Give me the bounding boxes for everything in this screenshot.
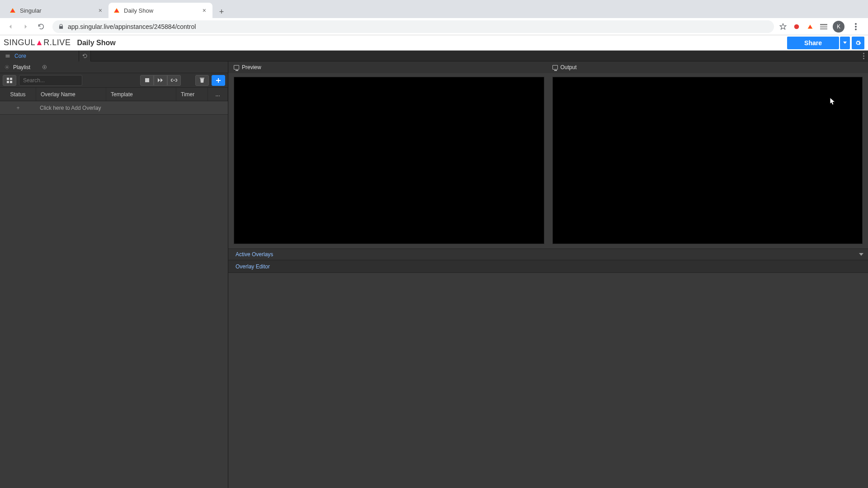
playlist-toolbar	[0, 73, 228, 88]
url-field[interactable]: app.singular.live/appinstances/245884/co…	[52, 20, 774, 33]
main: Playlist	[0, 61, 868, 488]
singular-favicon-icon	[113, 7, 120, 14]
sub-header: Core	[0, 51, 868, 61]
add-overlay-label: Click here to Add Overlay	[36, 105, 101, 111]
overlay-editor-body	[228, 273, 868, 488]
link-icon	[171, 78, 177, 82]
tab-title: Singular	[20, 7, 97, 14]
preview-output-header-row: Preview Output	[228, 61, 868, 73]
playlist-table-header: Status Overlay Name Template Timer ...	[0, 88, 228, 101]
app-header: SINGUL▲R.LIVE Daily Show Share	[0, 35, 868, 51]
grid-icon	[7, 78, 12, 83]
add-button[interactable]	[212, 75, 225, 86]
svg-rect-16	[145, 78, 149, 82]
svg-rect-2	[820, 26, 827, 28]
tab-title: Daily Show	[124, 7, 201, 14]
preview-header: Preview	[234, 61, 544, 73]
monitor-icon	[552, 65, 558, 70]
refresh-icon	[82, 53, 88, 59]
output-canvas[interactable]	[552, 77, 863, 244]
stop-icon	[145, 78, 149, 82]
grid-view-button[interactable]	[3, 75, 16, 86]
output-pane	[552, 73, 863, 244]
browser-chrome: Singular × Daily Show × + app.singular.l…	[0, 0, 868, 35]
settings-button[interactable]	[852, 37, 864, 49]
svg-point-0	[794, 24, 799, 29]
extension-icon[interactable]	[792, 22, 801, 31]
svg-rect-3	[820, 28, 827, 29]
plus-icon	[216, 78, 221, 83]
extension-icon-2[interactable]	[819, 22, 828, 31]
svg-rect-12	[7, 78, 9, 80]
share-dropdown-button[interactable]	[840, 37, 850, 49]
chevron-down-icon[interactable]	[859, 253, 863, 256]
col-status[interactable]: Status	[0, 88, 36, 101]
playback-group	[140, 75, 181, 86]
next-icon	[158, 78, 163, 82]
stop-button[interactable]	[140, 75, 154, 86]
chevron-down-icon	[843, 42, 847, 44]
add-overlay-row[interactable]: + Click here to Add Overlay	[0, 101, 228, 115]
url-text: app.singular.live/appinstances/245884/co…	[68, 23, 196, 30]
close-icon[interactable]: ×	[201, 6, 208, 15]
col-overlay-name[interactable]: Overlay Name	[36, 88, 106, 101]
search-input[interactable]	[19, 75, 82, 86]
new-tab-button[interactable]: +	[215, 5, 228, 18]
reload-button[interactable]	[34, 20, 48, 33]
playlist-header: Playlist	[0, 61, 228, 73]
forward-button[interactable]	[19, 20, 33, 33]
share-button[interactable]: Share	[787, 37, 839, 49]
output-header: Output	[552, 61, 863, 73]
preview-canvas[interactable]	[234, 77, 544, 244]
singular-extension-icon[interactable]	[806, 22, 815, 31]
playlist-add-button[interactable]	[42, 65, 47, 70]
chrome-menu-button[interactable]	[849, 20, 863, 33]
right-panel: Preview Output Active Overlays	[228, 61, 868, 488]
overlay-editor-bar[interactable]: Overlay Editor	[228, 260, 868, 273]
svg-rect-15	[10, 81, 12, 83]
kebab-icon	[863, 53, 864, 59]
subheader-menu-button[interactable]	[859, 51, 868, 61]
gear-icon[interactable]	[5, 65, 9, 70]
singular-favicon-icon	[9, 7, 16, 14]
preview-pane	[234, 73, 544, 244]
back-button[interactable]	[4, 20, 17, 33]
loop-button[interactable]	[167, 75, 181, 86]
preview-output-row	[228, 73, 868, 249]
svg-rect-13	[10, 78, 12, 80]
refresh-button[interactable]	[79, 51, 91, 61]
delete-button[interactable]	[195, 75, 209, 86]
tab-strip: Singular × Daily Show × +	[0, 0, 868, 18]
project-name: Daily Show	[77, 39, 115, 47]
active-overlays-bar[interactable]: Active Overlays	[228, 249, 868, 260]
preview-label: Preview	[242, 64, 261, 70]
col-more[interactable]: ...	[208, 88, 228, 101]
core-tab[interactable]: Core	[0, 51, 79, 61]
gear-icon	[855, 40, 861, 46]
active-overlays-label: Active Overlays	[236, 251, 273, 258]
plus-circle-icon	[42, 65, 47, 70]
star-icon[interactable]	[778, 22, 788, 31]
plus-icon: +	[0, 105, 36, 111]
monitor-icon	[234, 65, 239, 70]
svg-point-8	[863, 55, 864, 56]
browser-tab-singular[interactable]: Singular ×	[5, 3, 108, 18]
address-bar: app.singular.live/appinstances/245884/co…	[0, 18, 868, 35]
avatar[interactable]: K	[833, 21, 844, 33]
brand-logo[interactable]: SINGUL▲R.LIVE	[4, 38, 71, 47]
overlay-editor-label: Overlay Editor	[236, 263, 270, 270]
svg-rect-1	[820, 24, 827, 25]
layers-icon	[5, 53, 11, 59]
output-label: Output	[561, 64, 577, 70]
close-icon[interactable]: ×	[97, 6, 104, 15]
next-button[interactable]	[154, 75, 167, 86]
col-template[interactable]: Template	[106, 88, 176, 101]
search-input-wrap	[19, 75, 82, 86]
svg-point-5	[855, 26, 857, 28]
col-timer[interactable]: Timer	[176, 88, 208, 101]
svg-point-9	[863, 58, 864, 59]
browser-tab-dailyshow[interactable]: Daily Show ×	[108, 3, 212, 18]
svg-point-10	[6, 66, 8, 68]
left-panel: Playlist	[0, 61, 228, 488]
playlist-title: Playlist	[13, 64, 30, 70]
